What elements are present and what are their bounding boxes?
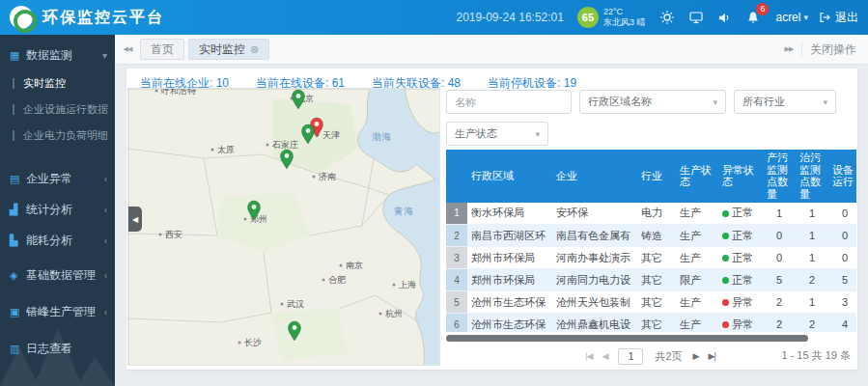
map-container: 呼和浩特北京天津石家庄太原济南郑州西安南京合肥上海武汉杭州长沙渤海黄海 ◀: [127, 88, 440, 366]
cell-abnormal-status: 异常: [718, 314, 763, 332]
chevron-left-icon: ‹: [104, 174, 107, 184]
cell-abnormal-status: 正常: [718, 247, 763, 269]
tab-实时监控[interactable]: 实时监控⊗: [188, 39, 269, 60]
tab-label: 首页: [151, 41, 174, 58]
city-label-石家庄: 石家庄: [271, 140, 298, 150]
sidebar-item-统计分析[interactable]: ▟统计分析‹: [0, 194, 115, 225]
name-filter-input[interactable]: [446, 90, 572, 114]
table-header-row: 行政区域企业行业生产状态异常状态产污监测点数量治污监测点数量设备运行: [446, 150, 856, 203]
first-page-button[interactable]: |◀: [585, 351, 592, 361]
cell-abnormal-status: 正常: [718, 269, 763, 291]
tab-首页[interactable]: 首页: [140, 39, 184, 60]
user-menu[interactable]: acrel▾: [775, 11, 808, 24]
doc-icon: ▤: [10, 173, 26, 185]
sidebar-group: ▦数据监测▾实时监控企业设施运行数据企业电力负荷明细: [0, 40, 115, 149]
tab-strip: 首页实时监控⊗: [140, 39, 273, 60]
cell-count: 0: [763, 247, 796, 269]
chevron-left-icon: ‹: [104, 235, 107, 246]
tab-scroll-left-icon[interactable]: ◀◀: [115, 45, 140, 53]
column-header: 行业: [637, 150, 676, 203]
column-header: [446, 150, 467, 203]
row-number: 1: [446, 203, 467, 225]
bell-icon[interactable]: 6: [745, 10, 761, 25]
row-number: 4: [446, 269, 467, 291]
sun-icon: [659, 10, 675, 25]
datetime: 2019-09-24 16:52:01: [457, 11, 564, 24]
tree-tick: [13, 104, 14, 115]
tab-bar: ◀◀ 首页实时监控⊗ ▶▶ 关闭操作: [115, 35, 868, 65]
sidebar-item-label: 数据监测: [26, 47, 72, 64]
tab-label: 实时监控: [199, 41, 245, 58]
monitor-panel: 呼和浩特北京天津石家庄太原济南郑州西安南京合肥上海武汉杭州长沙渤海黄海 ◀ 行政…: [127, 88, 856, 366]
cell-production-status: 限产: [676, 269, 718, 291]
page-number-input[interactable]: [618, 348, 643, 365]
cell-count: 1: [763, 203, 796, 225]
cell-count: 3: [828, 291, 856, 314]
sidebar-subitem-label: 实时监控: [23, 76, 66, 91]
cell-production-status: 生产: [676, 291, 718, 314]
chevron-down-icon: ▾: [823, 97, 827, 107]
city-label-太原: 太原: [217, 145, 235, 154]
logout-icon: [818, 11, 831, 24]
sidebar-item-企业设施运行数据[interactable]: 企业设施运行数据: [0, 96, 115, 123]
sidebar-item-数据监测[interactable]: ▦数据监测▾: [0, 40, 115, 70]
map-collapse-button[interactable]: ◀: [128, 207, 142, 232]
table-row[interactable]: 2南昌市西湖区环南昌有色金属有铸造生产正常010: [446, 225, 856, 247]
cell-count: 1: [796, 247, 828, 269]
city-label-南京: 南京: [346, 261, 363, 270]
speaker-icon[interactable]: [717, 11, 732, 25]
sidebar-item-基础数据管理[interactable]: ◈基础数据管理‹: [0, 260, 115, 290]
cell-count: 5: [828, 269, 856, 291]
cell-abnormal-status: 异常: [718, 291, 763, 314]
row-number: 2: [446, 225, 467, 247]
table-row[interactable]: 5沧州市生态环保沧州天兴包装制其它生产异常213: [446, 291, 856, 314]
table-row[interactable]: 6沧州市生态环保沧州鼎鑫机电设其它生产异常224: [446, 314, 856, 332]
status-dot-icon: [722, 210, 729, 217]
horizontal-scrollbar[interactable]: [446, 335, 808, 342]
bar-chart-icon: ▟: [10, 204, 26, 216]
region-filter-select[interactable]: 行政区域名称▾: [579, 90, 726, 114]
logout-button[interactable]: 退出: [818, 10, 858, 26]
next-page-button[interactable]: ▶: [693, 351, 699, 361]
column-header: 生产状态: [676, 150, 718, 203]
production-filter-select[interactable]: 生产状态▾: [446, 122, 548, 146]
sidebar-subitem-label: 企业电力负荷明细: [23, 128, 108, 143]
sidebar-item-企业异常[interactable]: ▤企业异常‹: [0, 163, 115, 194]
pagination-info: 1 - 15 共 19 条: [781, 348, 851, 363]
column-header: 设备运行: [828, 150, 856, 203]
cell-region: 衡水环保局: [467, 203, 552, 225]
city-dot: [155, 90, 158, 93]
cell-industry: 铸造: [637, 225, 676, 247]
sidebar: ▦数据监测▾实时监控企业设施运行数据企业电力负荷明细▤企业异常‹▟统计分析‹▙能…: [0, 35, 115, 386]
content-card: 当前在线企业: 10当前在线设备: 61当前失联设备: 48当前停机设备: 19…: [126, 69, 857, 370]
sidebar-item-label: 统计分析: [26, 202, 72, 218]
table-row[interactable]: 3郑州市环保局河南办事处演示其它生产正常010: [446, 247, 856, 269]
sidebar-item-实时监控[interactable]: 实时监控: [0, 70, 115, 96]
sidebar-item-企业电力负荷明细[interactable]: 企业电力负荷明细: [0, 123, 115, 149]
table-row[interactable]: 4郑州市环保局河南同力电力设其它限产正常525: [446, 269, 856, 291]
last-page-button[interactable]: ▶|: [708, 351, 714, 361]
column-header: 企业: [552, 150, 637, 203]
tab-scroll-right-icon[interactable]: ▶▶: [776, 45, 801, 53]
city-label-上海: 上海: [399, 280, 416, 290]
table-row[interactable]: 1衡水环保局安环保电力生产正常110: [446, 203, 856, 225]
city-label-西安: 西安: [165, 230, 182, 239]
sidebar-item-能耗分析[interactable]: ▙能耗分析‹: [0, 225, 115, 256]
cell-company: 南昌有色金属有: [552, 225, 637, 247]
prev-page-button[interactable]: ◀: [602, 351, 608, 361]
sidebar-group: ▤企业异常‹: [0, 163, 115, 194]
sidebar-item-label: 能耗分析: [26, 233, 72, 249]
status-dot-icon: [722, 299, 729, 306]
industry-filter-select[interactable]: 所有行业▾: [734, 90, 836, 114]
monitor-icon[interactable]: [688, 10, 704, 25]
sidebar-subitem-label: 企业设施运行数据: [23, 102, 108, 117]
cell-industry: 其它: [637, 247, 676, 269]
sea-label-渤海: 渤海: [372, 131, 392, 142]
close-operations-button[interactable]: 关闭操作: [801, 41, 868, 57]
chevron-down-icon: ▾: [102, 50, 107, 61]
cell-count: 1: [796, 225, 828, 247]
city-label-呼和浩特: 呼和浩特: [161, 89, 196, 96]
close-icon[interactable]: ⊗: [250, 43, 259, 56]
city-dot: [340, 264, 343, 267]
chevron-down-icon: ▾: [713, 97, 717, 107]
